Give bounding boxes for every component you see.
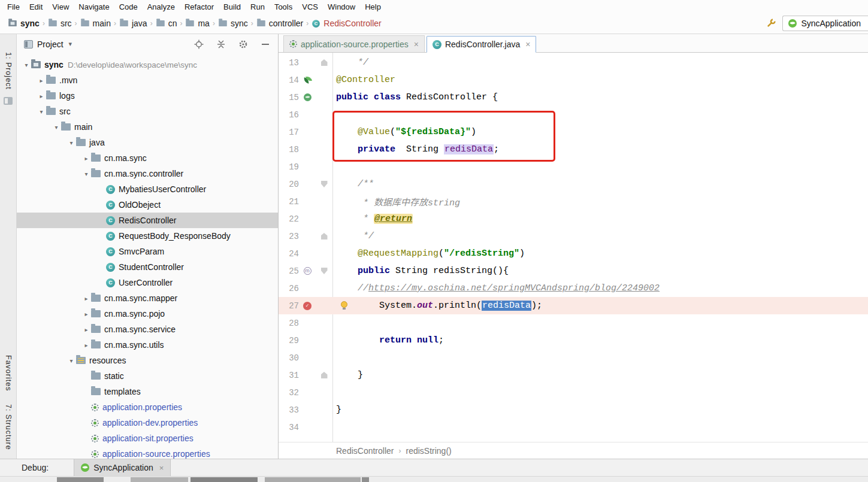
toolwindow-button-structure[interactable]: 7: Structure: [4, 404, 13, 450]
tree-collapsed-arrow[interactable]: ▸: [37, 77, 46, 84]
toolwindow-button-favorites[interactable]: Favorites: [4, 355, 13, 391]
menu-item-vcs[interactable]: VCS: [297, 1, 323, 13]
run-config-selector[interactable]: SyncApplication: [782, 16, 868, 31]
tree-item-cn.ma.sync.mapper[interactable]: ▸cn.ma.sync.mapper: [17, 290, 278, 306]
menu-item-build[interactable]: Build: [219, 1, 246, 13]
tree-expanded-arrow[interactable]: ▾: [66, 357, 76, 364]
line-number[interactable]: 22: [279, 214, 299, 224]
tree-item-mybatiesusercontroller[interactable]: MybatiesUserController: [17, 181, 278, 197]
line-number[interactable]: 18: [279, 145, 299, 154]
tree-collapsed-arrow[interactable]: ▸: [81, 342, 91, 348]
editor-breadcrumb-item[interactable]: RedisController: [336, 446, 394, 456]
spring-bean-icon[interactable]: [304, 93, 311, 101]
code-text[interactable]: private String redisData;: [332, 144, 499, 154]
menu-item-file[interactable]: File: [2, 1, 25, 13]
menu-item-edit[interactable]: Edit: [25, 1, 47, 13]
tree-expanded-arrow[interactable]: ▾: [52, 124, 61, 131]
tree-item-sync[interactable]: ▾syncD:\develop\idea\workspace\me\sync: [17, 57, 278, 72]
breadcrumb-item-src[interactable]: src: [46, 17, 74, 29]
close-icon[interactable]: ×: [414, 40, 419, 49]
tree-expanded-arrow[interactable]: ▾: [22, 62, 31, 68]
breadcrumb-item-main[interactable]: main: [78, 17, 113, 29]
tree-item-oldobeject[interactable]: OldObeject: [17, 197, 278, 213]
code-text[interactable]: public String redisString(){: [332, 266, 509, 276]
breadcrumb-item-sync[interactable]: sync: [6, 17, 41, 29]
locate-file-icon[interactable]: [193, 39, 204, 50]
tree-item-src[interactable]: ▾src: [17, 104, 278, 119]
collapse-all-icon[interactable]: [216, 39, 226, 50]
wrench-icon[interactable]: [766, 18, 776, 29]
line-number[interactable]: 27: [279, 301, 299, 311]
tree-collapsed-arrow[interactable]: ▸: [81, 155, 91, 162]
line-number[interactable]: 19: [279, 162, 299, 172]
tree-collapsed-arrow[interactable]: ▸: [81, 311, 91, 317]
line-number[interactable]: 34: [279, 423, 299, 432]
editor-tab-application-source-properties[interactable]: application-source.properties×: [283, 35, 425, 52]
breadcrumb-item-controller[interactable]: controller: [255, 17, 306, 29]
tree-item-rediscontroller[interactable]: RedisController: [17, 213, 278, 228]
line-number[interactable]: 32: [279, 388, 299, 398]
tree-item-logs[interactable]: ▸logs: [17, 88, 278, 104]
code-text[interactable]: */: [332, 231, 374, 241]
fold-open-icon[interactable]: [321, 268, 328, 274]
breadcrumb-item-ma[interactable]: ma: [183, 17, 211, 29]
line-number[interactable]: 28: [279, 319, 299, 328]
tree-item-main[interactable]: ▾main: [17, 119, 278, 135]
breakpoint-icon[interactable]: [303, 302, 311, 310]
editor-breadcrumb-item[interactable]: redisString(): [406, 446, 451, 456]
tree-item-cn.ma.sync.utils[interactable]: ▸cn.ma.sync.utils: [17, 337, 278, 353]
spring-leaf-icon[interactable]: [304, 76, 311, 84]
tree-item-application-source.properties[interactable]: application-source.properties: [17, 446, 278, 459]
line-number[interactable]: 26: [279, 284, 299, 293]
line-number[interactable]: 31: [279, 371, 299, 380]
code-text[interactable]: return null;: [332, 335, 444, 345]
tree-item-java[interactable]: ▾java: [17, 135, 278, 150]
code-text[interactable]: @Value("${redisData}"): [332, 127, 476, 137]
line-number[interactable]: 21: [279, 197, 299, 207]
close-icon[interactable]: ×: [525, 40, 530, 49]
code-text[interactable]: public class RedisController {: [332, 92, 498, 102]
menu-item-view[interactable]: View: [47, 1, 74, 13]
tree-item-templates[interactable]: templates: [17, 384, 278, 399]
line-number[interactable]: 29: [279, 336, 299, 345]
code-text[interactable]: @RequestMapping("/redisString"): [332, 248, 525, 259]
tree-item-cn.ma.sync.service[interactable]: ▸cn.ma.sync.service: [17, 322, 278, 337]
debug-session-tab[interactable]: SyncApplication ×: [74, 459, 171, 477]
hide-panel-icon[interactable]: [260, 39, 271, 50]
line-number[interactable]: 25: [279, 266, 299, 276]
tree-item-usercontroller[interactable]: UserController: [17, 275, 278, 290]
menu-item-help[interactable]: Help: [360, 1, 386, 13]
fold-end-icon[interactable]: [321, 59, 328, 66]
editor-tab-rediscontroller-java[interactable]: RedisController.java×: [427, 36, 536, 53]
menu-item-tools[interactable]: Tools: [270, 1, 297, 13]
menu-item-refactor[interactable]: Refactor: [180, 1, 219, 13]
tree-item-cn.ma.sync[interactable]: ▸cn.ma.sync: [17, 150, 278, 166]
line-number[interactable]: 15: [279, 93, 299, 102]
tree-item-cn.ma.sync.pojo[interactable]: ▸cn.ma.sync.pojo: [17, 306, 278, 322]
tree-item-application-dev.properties[interactable]: application-dev.properties: [17, 415, 278, 431]
menu-item-run[interactable]: Run: [246, 1, 270, 13]
tool-window-icon[interactable]: [4, 97, 13, 105]
line-number[interactable]: 33: [279, 405, 299, 415]
tree-item-application-sit.properties[interactable]: application-sit.properties: [17, 431, 278, 446]
project-pane-title[interactable]: Project: [37, 40, 63, 49]
tree-item-cn.ma.sync.controller[interactable]: ▾cn.ma.sync.controller: [17, 166, 278, 181]
breadcrumb-item-java[interactable]: java: [117, 17, 149, 29]
line-number[interactable]: 17: [279, 128, 299, 137]
chevron-down-icon[interactable]: ▾: [69, 40, 72, 48]
tree-item-studentcontroller[interactable]: StudentController: [17, 259, 278, 275]
menu-item-window[interactable]: Window: [323, 1, 360, 13]
code-text[interactable]: @Controller: [332, 75, 395, 85]
tree-collapsed-arrow[interactable]: ▸: [81, 295, 91, 302]
code-text[interactable]: }: [332, 405, 341, 415]
breadcrumb-item-cn[interactable]: cn: [154, 17, 179, 29]
line-number[interactable]: 13: [279, 58, 299, 68]
tree-item-static[interactable]: static: [17, 368, 278, 384]
code-text[interactable]: System.out.println(redisData);: [332, 301, 542, 311]
code-text[interactable]: //https://my.oschina.net/springMVCAndspr…: [332, 283, 660, 293]
settings-gear-icon[interactable]: [238, 39, 249, 50]
tree-item-requestbody_responsebody[interactable]: RequestBody_ResponseBody: [17, 228, 278, 244]
code-text[interactable]: * 数据库中存放string: [332, 195, 460, 208]
menu-item-code[interactable]: Code: [114, 1, 143, 13]
breadcrumb-item-sync[interactable]: sync: [216, 17, 250, 29]
